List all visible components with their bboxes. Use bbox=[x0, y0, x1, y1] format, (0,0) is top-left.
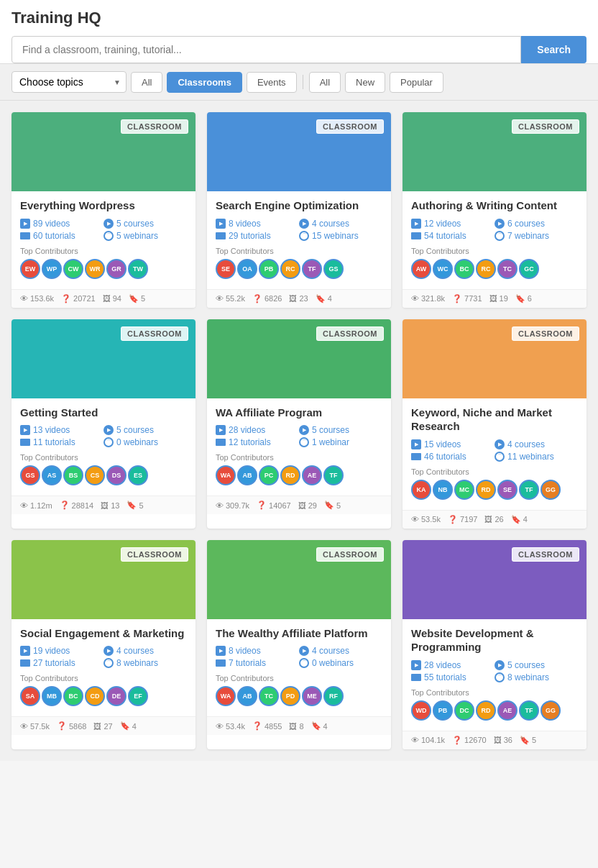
play-circle-icon: ▶ bbox=[104, 425, 114, 435]
classroom-card[interactable]: CLASSROOM Getting Started ▶ 13 videos ▶ … bbox=[12, 319, 196, 529]
footer-views: 👁 53.5k bbox=[411, 515, 441, 524]
card-banner: CLASSROOM bbox=[207, 319, 391, 398]
classroom-card[interactable]: CLASSROOM The Wealthy Affiliate Platform… bbox=[207, 540, 391, 749]
play-icon: ▶ bbox=[411, 439, 421, 449]
stat-webinars: ⌒ 1 webinar bbox=[299, 437, 382, 447]
avatar: GG bbox=[540, 700, 561, 721]
play-icon: ▶ bbox=[411, 219, 421, 229]
question-icon: ❓ bbox=[452, 294, 462, 303]
bookmark-icon: 🔖 bbox=[129, 294, 139, 303]
footer-bookmarks: 🔖 5 bbox=[129, 294, 145, 303]
stat-courses: ▶ 6 courses bbox=[494, 219, 578, 229]
image-icon: 🖼 bbox=[93, 722, 101, 731]
stats-grid: ▶ 15 videos ▶ 4 courses 46 tutorials ⌒ 1… bbox=[411, 439, 578, 462]
stat-videos: ▶ 15 videos bbox=[411, 439, 494, 449]
search-button[interactable]: Search bbox=[521, 36, 586, 63]
footer-bookmarks: 🔖 6 bbox=[515, 294, 532, 303]
avatar: TC bbox=[497, 259, 518, 279]
stat-courses: ▶ 4 courses bbox=[299, 219, 382, 229]
footer-views: 👁 153.6k bbox=[20, 294, 54, 303]
card-footer: 👁 55.2k ❓ 6826 🖼 23 🔖 4 bbox=[207, 289, 391, 308]
doc-icon bbox=[411, 232, 421, 239]
avatar: CS bbox=[85, 465, 105, 485]
classroom-card[interactable]: CLASSROOM WA Affiliate Program ▶ 28 vide… bbox=[207, 319, 391, 529]
contributors-label: Top Contributors bbox=[216, 247, 382, 255]
footer-images: 🖼 29 bbox=[298, 501, 317, 510]
card-title: Getting Started bbox=[20, 406, 187, 420]
footer-bookmarks: 🔖 4 bbox=[120, 721, 137, 731]
stats-grid: ▶ 19 videos ▶ 4 courses 27 tutorials ⌒ 8… bbox=[20, 646, 187, 668]
wifi-icon: ⌒ bbox=[104, 231, 114, 241]
eye-icon: 👁 bbox=[20, 501, 28, 510]
classroom-badge: CLASSROOM bbox=[121, 326, 188, 341]
search-input[interactable] bbox=[12, 36, 521, 63]
stat-videos: ▶ 8 videos bbox=[216, 646, 299, 656]
avatars-row: EWWPCWWRGRTW bbox=[20, 259, 187, 279]
classroom-card[interactable]: CLASSROOM Search Engine Optimization ▶ 8… bbox=[207, 112, 391, 308]
filter-btn-classrooms[interactable]: Classrooms bbox=[167, 72, 242, 93]
avatar: AB bbox=[237, 686, 257, 706]
footer-images: 🖼 19 bbox=[489, 294, 508, 303]
classroom-badge: CLASSROOM bbox=[512, 326, 579, 341]
classroom-card[interactable]: CLASSROOM Authoring & Writing Content ▶ … bbox=[402, 112, 586, 308]
classroom-badge: CLASSROOM bbox=[316, 326, 384, 341]
stat-webinars: ⌒ 8 webinars bbox=[104, 658, 187, 668]
avatar: SA bbox=[20, 686, 40, 706]
image-icon: 🖼 bbox=[289, 294, 297, 303]
card-title: Social Engagement & Marketing bbox=[20, 626, 187, 641]
avatar: TF bbox=[323, 465, 344, 485]
filter-btn-events[interactable]: Events bbox=[247, 72, 297, 93]
avatar: ES bbox=[128, 465, 148, 485]
footer-bookmarks: 🔖 5 bbox=[520, 736, 536, 745]
eye-icon: 👁 bbox=[20, 722, 28, 731]
stats-grid: ▶ 28 videos ▶ 5 courses 55 tutorials ⌒ 8… bbox=[411, 660, 578, 682]
card-banner: CLASSROOM bbox=[402, 540, 586, 619]
classroom-card[interactable]: CLASSROOM Everything Wordpress ▶ 89 vide… bbox=[12, 112, 196, 308]
question-icon: ❓ bbox=[448, 515, 458, 524]
classroom-card[interactable]: CLASSROOM Keyword, Niche and Market Rese… bbox=[402, 319, 586, 529]
avatar: CW bbox=[63, 259, 83, 279]
card-title: The Wealthy Affiliate Platform bbox=[216, 626, 382, 641]
contributors-label: Top Contributors bbox=[20, 674, 187, 682]
play-circle-icon: ▶ bbox=[494, 219, 505, 229]
card-title: Keyword, Niche and Market Research bbox=[411, 406, 578, 434]
avatar: RF bbox=[323, 686, 344, 706]
stat-webinars: ⌒ 0 webinars bbox=[104, 437, 187, 447]
card-footer: 👁 153.6k ❓ 20721 🖼 94 🔖 5 bbox=[12, 289, 196, 308]
topic-select[interactable]: Choose topics bbox=[12, 71, 126, 93]
classroom-card[interactable]: CLASSROOM Social Engagement & Marketing … bbox=[12, 540, 196, 749]
footer-questions: ❓ 7731 bbox=[452, 294, 482, 303]
bookmark-icon: 🔖 bbox=[120, 721, 130, 731]
filter-bar: Choose topics ▼ All Classrooms Events Al… bbox=[0, 63, 598, 101]
image-icon: 🖼 bbox=[494, 736, 502, 744]
avatar: DS bbox=[106, 465, 126, 485]
card-banner: CLASSROOM bbox=[12, 112, 196, 191]
classroom-card[interactable]: CLASSROOM Website Development & Programm… bbox=[402, 540, 586, 749]
image-icon: 🖼 bbox=[489, 294, 497, 303]
filter-btn-all2[interactable]: All bbox=[309, 72, 341, 93]
stats-grid: ▶ 8 videos ▶ 4 courses 7 tutorials ⌒ 0 w… bbox=[216, 646, 382, 668]
filter-btn-new[interactable]: New bbox=[345, 72, 385, 93]
stat-tutorials: 55 tutorials bbox=[411, 672, 494, 682]
filter-separator bbox=[303, 75, 303, 89]
avatar: TW bbox=[128, 259, 148, 279]
card-title: Authoring & Writing Content bbox=[411, 198, 578, 213]
avatar: EW bbox=[20, 259, 40, 279]
wifi-icon: ⌒ bbox=[104, 658, 114, 668]
stats-grid: ▶ 89 videos ▶ 5 courses 60 tutorials ⌒ 5… bbox=[20, 219, 187, 241]
eye-icon: 👁 bbox=[216, 722, 224, 731]
wifi-icon: ⌒ bbox=[104, 437, 114, 447]
eye-icon: 👁 bbox=[411, 294, 419, 303]
play-icon: ▶ bbox=[216, 219, 226, 229]
avatar: PB bbox=[433, 700, 453, 721]
stat-videos: ▶ 13 videos bbox=[20, 425, 104, 435]
topic-select-wrapper: Choose topics ▼ bbox=[12, 71, 126, 93]
filter-btn-popular[interactable]: Popular bbox=[390, 72, 443, 93]
footer-bookmarks: 🔖 4 bbox=[511, 515, 528, 524]
stat-courses: ▶ 4 courses bbox=[299, 646, 382, 656]
filter-btn-all1[interactable]: All bbox=[131, 72, 162, 93]
card-banner: CLASSROOM bbox=[402, 319, 586, 398]
stat-courses: ▶ 5 courses bbox=[299, 425, 382, 435]
avatars-row: GSASBSCSDSES bbox=[20, 465, 187, 485]
stat-tutorials: 11 tutorials bbox=[20, 437, 104, 447]
